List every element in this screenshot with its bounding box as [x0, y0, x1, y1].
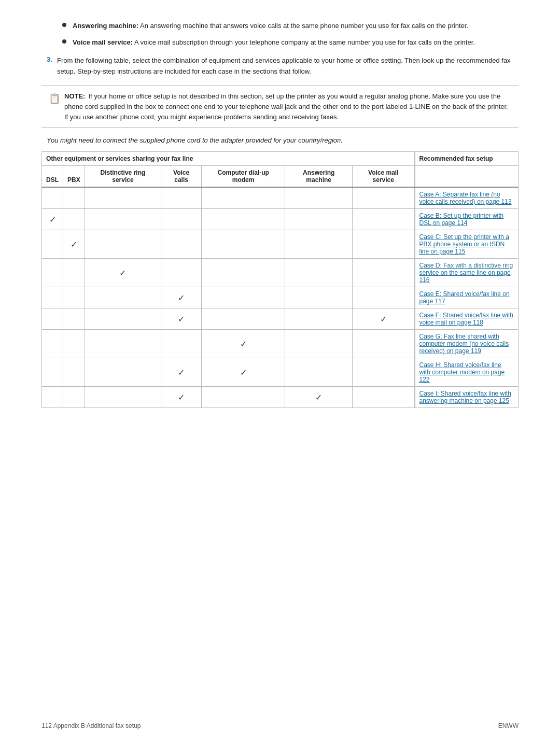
rec-link-row6[interactable]: Case G: Fax line shared with computer mo…: [419, 333, 509, 355]
cell-row4-col2: [85, 287, 161, 308]
cell-row4-col4: [202, 287, 285, 308]
cell-row1-col5: [285, 209, 353, 230]
col-voicemail: Voice mail service: [353, 166, 415, 188]
col-distinctive: Distinctive ring service: [85, 166, 161, 188]
fax-table: Other equipment or services sharing your…: [41, 151, 519, 408]
checkmark-icon: ✓: [46, 215, 59, 224]
cell-row2-col2: [85, 230, 161, 259]
rec-cell-row1[interactable]: Case B: Set up the printer with DSL on p…: [415, 209, 519, 230]
cell-row7-col4: ✓: [202, 358, 285, 387]
cell-row4-col3: ✓: [161, 287, 202, 308]
rec-link-row7[interactable]: Case H: Shared voice/fax line with compu…: [419, 361, 505, 383]
note-box: 📋 NOTE:If your home or office setup is n…: [41, 86, 519, 128]
cell-row3-col3: [161, 259, 202, 287]
note-content: NOTE:If your home or office setup is not…: [64, 91, 511, 122]
cell-row6-col1: [63, 330, 85, 358]
checkmark-icon: ✓: [289, 392, 348, 402]
cell-row3-col4: [202, 259, 285, 287]
cell-row3-col1: [63, 259, 85, 287]
step-3-text: From the following table, select the com…: [57, 55, 519, 77]
cell-row5-col6: ✓: [353, 308, 415, 330]
cell-row2-col0: [42, 230, 63, 259]
bullet-dot-1: [62, 23, 66, 27]
bullet-item-2: Voice mail service: A voice mail subscri…: [41, 37, 519, 48]
cell-row8-col5: ✓: [285, 387, 353, 408]
table-row: ✓Case C: Set up the printer with a PBX p…: [42, 230, 519, 259]
table-row: ✓✓Case F: Shared voice/fax line with voi…: [42, 308, 519, 330]
bullet-item-1: Answering machine: An answering machine …: [41, 21, 519, 31]
cell-row2-col6: [353, 230, 415, 259]
table-group-header-row: Other equipment or services sharing your…: [42, 152, 519, 166]
cell-row4-col5: [285, 287, 353, 308]
rec-link-row8[interactable]: Case I: Shared voice/fax line with answe…: [419, 390, 511, 404]
bullet-bold-1: Answering machine:: [73, 22, 138, 30]
table-row: ✓Case B: Set up the printer with DSL on …: [42, 209, 519, 230]
cell-row0-col6: [353, 187, 415, 209]
checkmark-icon: ✓: [67, 240, 80, 249]
footer-left: 112 Appendix B Additional fax setup: [41, 722, 141, 729]
rec-cell-row8[interactable]: Case I: Shared voice/fax line with answe…: [415, 387, 519, 408]
step-3: 3. From the following table, select the …: [41, 55, 519, 77]
bullet-body-2: A voice mail subscription through your t…: [133, 38, 475, 46]
cell-row3-col2: ✓: [85, 259, 161, 287]
checkmark-icon: ✓: [357, 314, 410, 324]
bullet-text-1: Answering machine: An answering machine …: [73, 21, 519, 31]
bullet-dot-2: [62, 39, 66, 44]
cell-row7-col6: [353, 358, 415, 387]
rec-cell-row5[interactable]: Case F: Shared voice/fax line with voice…: [415, 308, 519, 330]
cell-row3-col6: [353, 259, 415, 287]
table-row: ✓✓Case I: Shared voice/fax line with ans…: [42, 387, 519, 408]
cell-row0-col4: [202, 187, 285, 209]
cell-row5-col5: [285, 308, 353, 330]
rec-cell-row4[interactable]: Case E: Shared voice/fax line on page 11…: [415, 287, 519, 308]
rec-cell-row2[interactable]: Case C: Set up the printer with a PBX ph…: [415, 230, 519, 259]
cell-row3-col5: [285, 259, 353, 287]
checkmark-icon: ✓: [206, 368, 281, 377]
rec-cell-row6[interactable]: Case G: Fax line shared with computer mo…: [415, 330, 519, 358]
cell-row5-col0: [42, 308, 63, 330]
table-row: Case A: Separate fax line (no voice call…: [42, 187, 519, 209]
cell-row1-col1: [63, 209, 85, 230]
bullet-section: Answering machine: An answering machine …: [41, 21, 519, 47]
cell-row5-col4: [202, 308, 285, 330]
table-row: ✓Case D: Fax with a distinctive ring ser…: [42, 259, 519, 287]
table-body: Case A: Separate fax line (no voice call…: [42, 187, 519, 408]
footer: 112 Appendix B Additional fax setup ENWW: [0, 722, 560, 729]
table-row: ✓✓Case H: Shared voice/fax line with com…: [42, 358, 519, 387]
note-text: If your home or office setup is not desc…: [64, 92, 508, 121]
cell-row1-col3: [161, 209, 202, 230]
bullet-body-1: An answering machine that answers voice …: [138, 22, 468, 30]
table-row: ✓Case G: Fax line shared with computer m…: [42, 330, 519, 358]
cell-row0-col1: [63, 187, 85, 209]
cell-row1-col6: [353, 209, 415, 230]
rec-link-row3[interactable]: Case D: Fax with a distinctive ring serv…: [419, 262, 513, 284]
phone-cord-note: You might need to connect the supplied p…: [41, 136, 519, 144]
cell-row0-col0: [42, 187, 63, 209]
col-recommended: [415, 166, 519, 188]
cell-row4-col0: [42, 287, 63, 308]
rec-link-row4[interactable]: Case E: Shared voice/fax line on page 11…: [419, 290, 510, 305]
cell-row0-col2: [85, 187, 161, 209]
rec-cell-row7[interactable]: Case H: Shared voice/fax line with compu…: [415, 358, 519, 387]
cell-row8-col3: ✓: [161, 387, 202, 408]
rec-link-row1[interactable]: Case B: Set up the printer with DSL on p…: [419, 212, 504, 227]
cell-row1-col4: [202, 209, 285, 230]
rec-link-row5[interactable]: Case F: Shared voice/fax line with voice…: [419, 312, 513, 326]
cell-row4-col6: [353, 287, 415, 308]
table-group-header: Other equipment or services sharing your…: [42, 152, 415, 166]
rec-cell-row3[interactable]: Case D: Fax with a distinctive ring serv…: [415, 259, 519, 287]
rec-cell-row0[interactable]: Case A: Separate fax line (no voice call…: [415, 187, 519, 209]
cell-row8-col4: [202, 387, 285, 408]
rec-link-row2[interactable]: Case C: Set up the printer with a PBX ph…: [419, 233, 509, 255]
col-dsl: DSL: [42, 166, 63, 188]
cell-row5-col3: ✓: [161, 308, 202, 330]
cell-row2-col3: [161, 230, 202, 259]
cell-row6-col3: [161, 330, 202, 358]
col-pbx: PBX: [63, 166, 85, 188]
rec-link-row0[interactable]: Case A: Separate fax line (no voice call…: [419, 191, 512, 205]
cell-row7-col5: [285, 358, 353, 387]
cell-row5-col1: [63, 308, 85, 330]
table-row: ✓Case E: Shared voice/fax line on page 1…: [42, 287, 519, 308]
checkmark-icon: ✓: [165, 293, 197, 303]
cell-row7-col1: [63, 358, 85, 387]
